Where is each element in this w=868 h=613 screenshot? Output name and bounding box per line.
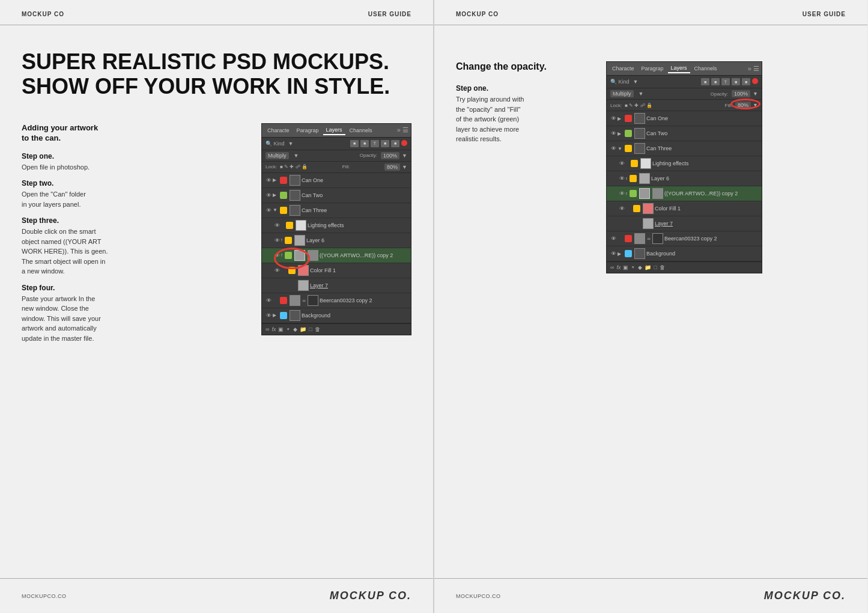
eye-lighting[interactable]: 👁 [273, 222, 281, 228]
blend-mode-r[interactable]: Multiply [610, 90, 634, 97]
layer-row-r-beercan[interactable]: 👁 ⚌ Beercan00323 copy 2 [607, 231, 762, 246]
eye-r-bg[interactable]: 👁 [609, 251, 618, 257]
eye-r-smart[interactable]: 👁 [618, 191, 626, 197]
opacity-value[interactable]: 100% [381, 152, 399, 159]
delete-icon-r[interactable]: 🗑 [660, 264, 665, 270]
arrow-can-one[interactable]: ▶ [273, 177, 279, 183]
link-icon[interactable]: ∞ [266, 326, 269, 332]
arrow-can-three[interactable]: ▼ [273, 207, 279, 213]
blend-mode[interactable]: Multiply [266, 152, 289, 159]
layer-row-can-three[interactable]: 👁 ▼ Can Three [262, 203, 411, 218]
new-group-icon-r[interactable]: ▣ [623, 264, 628, 270]
fill-value[interactable]: 80% [384, 163, 400, 171]
layer-row-r-6[interactable]: 👁 f Layer 6 [607, 171, 762, 186]
eye-bg[interactable]: 👁 [264, 313, 273, 319]
filter-icon-r4[interactable]: ■ [732, 78, 740, 85]
layer-row-r-can-three[interactable]: 👁 ▼ Can Three [607, 141, 762, 156]
eye-layer6[interactable]: 👁 [273, 237, 281, 243]
fill-value-r[interactable]: 80% [735, 102, 751, 109]
tab-channels[interactable]: Channels [347, 126, 375, 135]
new-layer-icon-r[interactable]: □ [654, 264, 657, 270]
adj-icon-r[interactable]: ◆ [638, 264, 642, 270]
eye-r-layer6[interactable]: 👁 [618, 175, 626, 181]
layer-row-smart[interactable]: 👁 f ((YOUR ARTWO...RE)) copy 2 [262, 248, 411, 263]
layer-row-r-lighting[interactable]: 👁 Lighting effects [607, 156, 762, 171]
blend-dropdown-r[interactable]: ▼ [639, 91, 644, 97]
search-dropdown-r[interactable]: ▼ [633, 79, 639, 85]
blend-dropdown[interactable]: ▼ [294, 153, 299, 159]
name-r-layer7: Layer 7 [655, 221, 759, 227]
layer-row-r-fill[interactable]: 👁 Color Fill 1 [607, 201, 762, 216]
folder-icon[interactable]: 📁 [300, 326, 306, 332]
layer-row-r-can-two[interactable]: 👁 ▶ Can Two [607, 126, 762, 141]
eye-can-two[interactable]: 👁 [264, 192, 273, 198]
fx-icon-r[interactable]: fx [616, 264, 621, 270]
tab-character-r[interactable]: Characte [609, 64, 637, 73]
layer-row-r-7[interactable]: Layer 7 [607, 216, 762, 231]
tab-layers-r[interactable]: Layers [668, 64, 690, 73]
eye-fill[interactable]: 👁 [273, 267, 281, 273]
filter-icon-r5[interactable]: ■ [742, 78, 750, 85]
arrow-bg[interactable]: ▶ [273, 313, 279, 318]
filter-icon-2[interactable]: ■ [360, 140, 369, 147]
filter-icon-5[interactable]: ■ [391, 140, 399, 147]
new-group-icon[interactable]: ▣ [278, 326, 284, 332]
link-icon-r[interactable]: ∞ [610, 264, 614, 270]
fx-icon[interactable]: fx [272, 326, 276, 332]
adj-icon[interactable]: ◆ [293, 326, 297, 332]
tab-layers[interactable]: Layers [323, 126, 345, 135]
layer-row-beercan[interactable]: 👁 ⚌ Beercan00323 copy 2 [262, 293, 411, 308]
search-dropdown[interactable]: ▼ [288, 141, 294, 147]
filter-icon-4[interactable]: ■ [381, 140, 389, 147]
opacity-dropdown[interactable]: ▼ [402, 153, 407, 159]
eye-can-one[interactable]: 👁 [264, 177, 273, 183]
new-layer-icon[interactable]: □ [309, 326, 312, 332]
filter-icon-r2[interactable]: ■ [711, 78, 720, 85]
layer-row-6[interactable]: 👁 f Layer 6 [262, 233, 411, 248]
arrow-r-can-one[interactable]: ▶ [618, 116, 624, 121]
panel-menu-icon[interactable]: » ☰ [397, 126, 408, 134]
layer-row-bg[interactable]: 👁 ▶ Background [262, 308, 411, 323]
filter-icon-r1[interactable]: ■ [701, 78, 709, 85]
arrow-r-bg[interactable]: ▶ [618, 251, 624, 257]
eye-r-can-one[interactable]: 👁 [609, 115, 618, 121]
layer-row-r-can-one[interactable]: 👁 ▶ Can One [607, 111, 762, 126]
panel-menu-icon-r[interactable]: » ☰ [748, 65, 759, 73]
eye-smart[interactable]: 👁 [273, 252, 281, 258]
eye-r-lighting[interactable]: 👁 [618, 160, 626, 166]
eye-beercan[interactable]: 👁 [264, 297, 273, 303]
tab-paragraph-r[interactable]: Paragrap [639, 64, 667, 73]
arrow-can-two[interactable]: ▶ [273, 192, 279, 198]
opacity-dropdown-r[interactable]: ▼ [753, 91, 758, 97]
eye-can-three[interactable]: 👁 [264, 207, 273, 213]
layer-row-r-bg[interactable]: 👁 ▶ Background [607, 246, 762, 261]
filter-icon-r3[interactable]: T [721, 78, 730, 85]
layer-row-can-one[interactable]: 👁 ▶ Can One [262, 173, 411, 188]
filter-icon-r6[interactable] [752, 78, 758, 84]
tab-character[interactable]: Characte [264, 126, 293, 135]
filter-icon-3[interactable]: T [371, 140, 379, 147]
opacity-value-r[interactable]: 100% [732, 90, 750, 97]
delete-icon[interactable]: 🗑 [315, 326, 320, 332]
arrow-r-can-three[interactable]: ▼ [618, 146, 624, 151]
layer-row-can-two[interactable]: 👁 ▶ Can Two [262, 188, 411, 203]
mask-icon[interactable]: ⚬ [286, 326, 291, 332]
layer-row-7[interactable]: Layer 7 [262, 278, 411, 293]
eye-r-beercan[interactable]: 👁 [609, 236, 618, 242]
fill-dropdown-r[interactable]: ▼ [753, 102, 758, 108]
layer-row-r-smart[interactable]: 👁 f ((YOUR ARTWO...RE)) copy 2 [607, 186, 762, 201]
folder-icon-r[interactable]: 📁 [645, 264, 651, 270]
tab-paragraph[interactable]: Paragrap [294, 126, 322, 135]
search-filter-icons: ■ ■ T ■ ■ [350, 140, 407, 147]
filter-icon-6[interactable] [401, 140, 407, 146]
fill-dropdown[interactable]: ▼ [402, 164, 407, 170]
layer-row-lighting[interactable]: 👁 Lighting effects [262, 218, 411, 233]
eye-r-can-two[interactable]: 👁 [609, 130, 618, 136]
tab-channels-r[interactable]: Channels [691, 64, 720, 73]
eye-r-fill[interactable]: 👁 [618, 206, 626, 212]
filter-icon-1[interactable]: ■ [350, 140, 359, 147]
layer-row-fill[interactable]: 👁 Color Fill 1 [262, 263, 411, 278]
eye-r-can-three[interactable]: 👁 [609, 145, 618, 151]
mask-icon-r[interactable]: ⚬ [631, 264, 636, 270]
arrow-r-can-two[interactable]: ▶ [618, 131, 624, 136]
